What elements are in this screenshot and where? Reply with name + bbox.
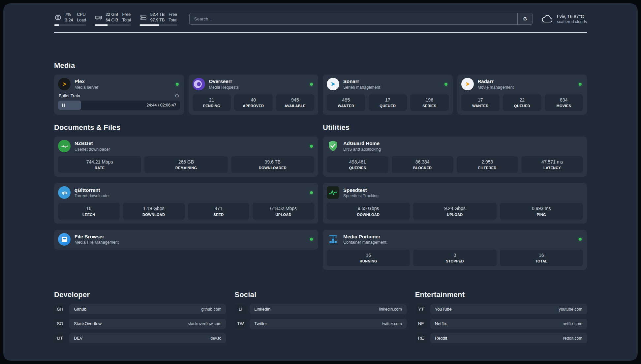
topbar: 7% 3.24 CPU Load 2 [54, 3, 587, 26]
stat-tile: 618.52 MbpsUPLOAD [253, 203, 314, 219]
utilities-column: Utilities AdGuard Home DNS and adblockin… [323, 115, 587, 270]
disk-progressbar [139, 24, 177, 26]
stat-tile: 22QUEUED [503, 94, 541, 111]
app-name: Sonarr [343, 78, 380, 85]
linkedin-icon: LI [234, 304, 246, 314]
bookmark-row: YT YouTubeyoutube.com [415, 304, 587, 314]
stat-tile: 485WANTED [327, 94, 365, 111]
plex-player-bar[interactable]: 24:44 / 02:06:47 [58, 101, 180, 110]
disk-free-label: Free [168, 12, 177, 17]
youtube-icon: YT [415, 304, 427, 314]
qbittorrent-card[interactable]: qb qBittorrent Torrent downloader 16LEEC… [54, 183, 318, 223]
reddit-link[interactable]: Redditreddit.com [430, 333, 587, 343]
youtube-link[interactable]: YouTubeyoutube.com [430, 304, 587, 314]
ram-free-label: Free [122, 12, 131, 17]
portainer-card[interactable]: Media Portainer Container management 16R… [323, 230, 587, 270]
app-subtitle: Series management [343, 85, 380, 90]
github-link[interactable]: Githubgithub.com [69, 304, 226, 314]
gear-icon[interactable]: ⚙ [175, 93, 179, 98]
plex-icon: > [58, 78, 71, 90]
search-input[interactable] [190, 13, 517, 24]
bookmarks-area: Developer GH Githubgithub.com SO StackOv… [54, 290, 587, 361]
ram-total-label: Total [122, 17, 131, 23]
pause-icon[interactable] [62, 104, 65, 107]
documents-heading: Documents & Files [54, 123, 318, 132]
stat-tile: 9.24 GbpsUPLOAD [413, 203, 496, 219]
social-heading: Social [234, 290, 406, 299]
ram-free: 22 GiB [106, 12, 118, 17]
status-dot [310, 191, 313, 194]
stat-tile: 21PENDING [193, 94, 231, 111]
reddit-icon: RE [415, 333, 427, 343]
twitter-icon: TW [234, 319, 246, 329]
adguard-icon [327, 140, 339, 152]
ram-icon [95, 14, 103, 21]
qbittorrent-icon: qb [58, 186, 71, 199]
social-group: Social LI LinkedInlinkedin.com TW Twitte… [234, 290, 406, 348]
developer-group: Developer GH Githubgithub.com SO StackOv… [54, 290, 226, 348]
ram-progress-fill [95, 24, 107, 26]
stat-tile: 16LEECH [58, 203, 120, 219]
github-icon: GH [54, 304, 66, 314]
disk-icon [139, 14, 147, 21]
stat-tile: 16RUNNING [327, 250, 410, 266]
netflix-icon: NF [415, 319, 427, 329]
linkedin-link[interactable]: LinkedInlinkedin.com [250, 304, 406, 314]
stat-tile: 1.19 GbpsDOWNLOAD [123, 203, 185, 219]
stat-tile: 47.571 msLATENCY [521, 156, 583, 173]
cloud-icon [541, 14, 553, 23]
nzbget-icon: nzbget [58, 140, 71, 152]
disk-progress-fill [139, 24, 159, 26]
plex-card[interactable]: > Plex Media server Bullet Train ⚙ 24:44… [54, 75, 184, 115]
stat-tile: 9.65 GbpsDOWNLOAD [327, 203, 410, 219]
dashboard: 7% 3.24 CPU Load 2 [3, 3, 638, 361]
header-divider [54, 32, 587, 33]
speedtest-icon [327, 186, 339, 199]
ram-total: 64 GiB [106, 17, 118, 23]
nzbget-card[interactable]: nzbget NZBGet Usenet downloader 744.21 M… [54, 136, 318, 177]
cpu-progressbar [54, 24, 86, 26]
app-name: Speedtest [343, 187, 379, 194]
status-dot [579, 83, 582, 86]
twitter-link[interactable]: Twittertwitter.com [250, 319, 406, 329]
disk-free: 52.4 TB [150, 12, 165, 17]
search-bar: G [189, 13, 533, 25]
screen-frame: 7% 3.24 CPU Load 2 [0, 0, 641, 364]
bookmark-row: NF Netflixnetflix.com [415, 319, 587, 329]
cpu-icon [54, 14, 62, 21]
status-dot [310, 83, 313, 86]
status-dot [310, 238, 313, 241]
stat-tile: 17QUEUED [369, 94, 407, 111]
radarr-icon [461, 78, 474, 90]
search-engine-button[interactable]: G [517, 13, 533, 24]
stat-tile: 0.993 msPING [500, 203, 583, 219]
weather-location: Lviv, 16.87°C [557, 14, 587, 19]
weather-widget[interactable]: Lviv, 16.87°C scattered clouds [541, 14, 587, 24]
bookmark-row: RE Redditreddit.com [415, 333, 587, 343]
adguard-card[interactable]: AdGuard Home DNS and adblocking 498,461Q… [323, 136, 587, 177]
stat-tile: 266 GBREMAINING [144, 156, 228, 173]
dev-link[interactable]: DEVdev.to [69, 333, 226, 343]
sonarr-card[interactable]: Sonarr Series management 485WANTED 17QUE… [323, 75, 453, 115]
utilities-heading: Utilities [323, 123, 587, 132]
ram-progressbar [95, 24, 131, 26]
app-name: Media Portainer [343, 234, 386, 240]
status-dot [579, 238, 582, 241]
cpu-percent: 7% [65, 12, 73, 17]
radarr-card[interactable]: Radarr Movie management 17WANTED 22QUEUE… [457, 75, 587, 115]
stackoverflow-link[interactable]: StackOverflowstackoverflow.com [69, 319, 226, 329]
speedtest-card[interactable]: Speedtest Speedtest Tracking 9.65 GbpsDO… [323, 183, 587, 223]
app-subtitle: Torrent downloader [75, 194, 110, 198]
status-dot [176, 83, 179, 86]
overseerr-icon [193, 78, 205, 90]
stat-tile: 39.6 TBDOWNLOADED [231, 156, 314, 173]
cpu-progress-fill [54, 24, 59, 26]
filebrowser-icon [58, 233, 71, 246]
overseerr-card[interactable]: Overseerr Media Requests 21PENDING 40APP… [189, 75, 319, 115]
filebrowser-card[interactable]: File Browser Media File Management [54, 230, 318, 250]
entertainment-heading: Entertainment [415, 290, 587, 299]
cpu-load-avg: 3.24 [65, 17, 73, 23]
netflix-link[interactable]: Netflixnetflix.com [430, 319, 587, 329]
app-name: AdGuard Home [343, 140, 381, 147]
app-subtitle: Usenet downloader [75, 147, 110, 152]
